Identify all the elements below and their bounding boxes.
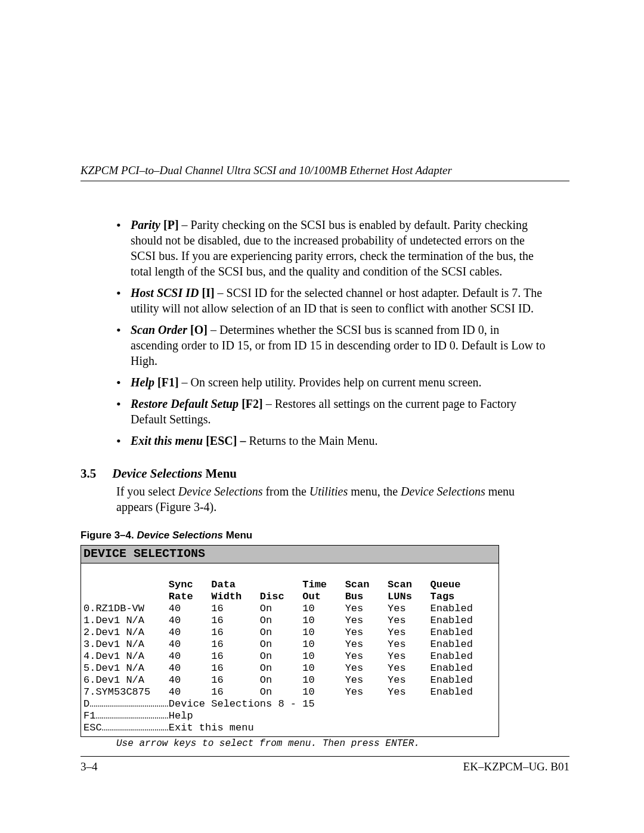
bullet-key: [ESC] bbox=[206, 434, 237, 447]
bullet-exit: Exit this menu [ESC] – Returns to the Ma… bbox=[116, 433, 546, 448]
bullet-text: – Parity checking on the SCSI bus is ena… bbox=[131, 218, 534, 278]
bullet-label: Restore Default Setup bbox=[131, 397, 239, 410]
bullet-label: Help bbox=[131, 376, 154, 389]
section-intro: If you select Device Selections from the… bbox=[116, 484, 569, 515]
intro-i3: Device Selections bbox=[401, 485, 485, 498]
bullet-restore: Restore Default Setup [F2] – Restores al… bbox=[116, 396, 546, 427]
figure-caption: Figure 3–4. Device Selections Menu bbox=[80, 529, 569, 541]
footer-right: EK–KZPCM–UG. B01 bbox=[463, 760, 569, 773]
figure-italic: Device Selections bbox=[137, 529, 223, 541]
bullet-dash: – bbox=[240, 434, 246, 447]
bullet-hostid: Host SCSI ID [I] – SCSI ID for the selec… bbox=[116, 285, 546, 316]
footer-left: 3–4 bbox=[80, 760, 98, 773]
intro-mid: from the bbox=[262, 485, 309, 498]
bullet-key: [F1] bbox=[157, 376, 179, 389]
bullet-key: [F2] bbox=[242, 397, 263, 410]
intro-mid2: menu, the bbox=[348, 485, 401, 498]
bullet-key: [I] bbox=[202, 286, 215, 299]
feature-list: Parity [P] – Parity checking on the SCSI… bbox=[80, 217, 569, 448]
figure-rest: Menu bbox=[223, 529, 252, 541]
page-content: KZPCM PCI–to–Dual Channel Ultra SCSI and… bbox=[80, 164, 569, 749]
bullet-label: Parity bbox=[131, 218, 160, 231]
bullet-help: Help [F1] – On screen help utility. Prov… bbox=[116, 374, 546, 390]
figure-label: Figure 3–4. bbox=[80, 529, 137, 541]
bullet-text: – On screen help utility. Provides help … bbox=[182, 376, 482, 389]
bullet-label: Host SCSI ID bbox=[131, 286, 199, 299]
section-heading: 3.5 Device Selections Menu bbox=[80, 466, 569, 481]
bullet-label: Scan Order bbox=[131, 323, 187, 336]
section-number: 3.5 bbox=[80, 466, 109, 481]
section-title-rest: Menu bbox=[202, 466, 237, 481]
hint-text: Use arrow keys to select from menu. Then… bbox=[116, 738, 569, 749]
bullet-key: [O] bbox=[190, 323, 208, 336]
bullet-key: [P] bbox=[163, 218, 179, 231]
intro-i2: Utilities bbox=[309, 485, 348, 498]
page-header: KZPCM PCI–to–Dual Channel Ultra SCSI and… bbox=[80, 164, 569, 181]
bullet-text: Returns to the Main Menu. bbox=[249, 434, 377, 447]
page-footer: 3–4 EK–KZPCM–UG. B01 bbox=[80, 756, 569, 773]
intro-i1: Device Selections bbox=[178, 485, 263, 498]
section-title-italic: Device Selections bbox=[112, 466, 202, 481]
device-box-title: DEVICE SELECTIONS bbox=[81, 546, 499, 563]
device-box-body: Sync Data Time Scan Scan Queue Rate Widt… bbox=[81, 563, 499, 737]
intro-pre: If you select bbox=[116, 485, 178, 498]
bullet-label: Exit this menu bbox=[131, 434, 203, 447]
bullet-parity: Parity [P] – Parity checking on the SCSI… bbox=[116, 217, 546, 279]
bullet-scanorder: Scan Order [O] – Determines whether the … bbox=[116, 322, 546, 368]
device-selections-box: DEVICE SELECTIONS Sync Data Time Scan Sc… bbox=[80, 545, 499, 737]
